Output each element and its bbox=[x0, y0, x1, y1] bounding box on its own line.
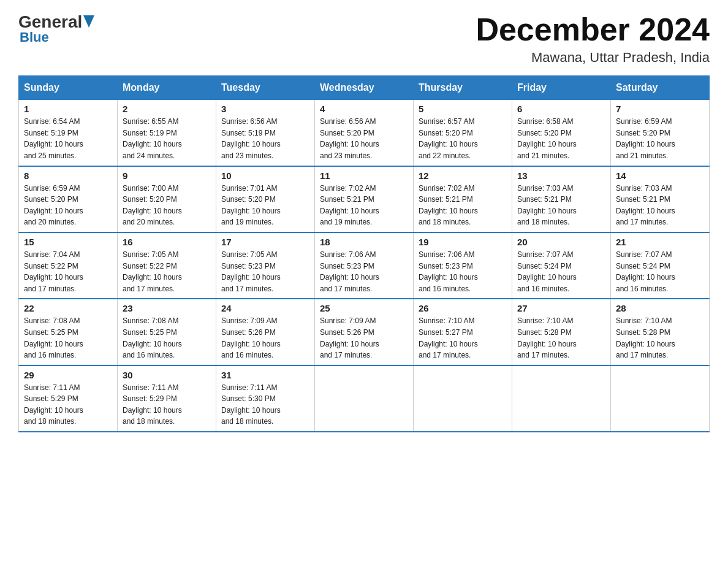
table-row: 9 Sunrise: 7:00 AM Sunset: 5:20 PM Dayli… bbox=[118, 166, 216, 232]
day-number: 8 bbox=[24, 170, 112, 181]
table-row: 3 Sunrise: 6:56 AM Sunset: 5:19 PM Dayli… bbox=[216, 100, 315, 166]
day-info: Sunrise: 6:57 AM Sunset: 5:20 PM Dayligh… bbox=[419, 116, 507, 161]
svg-marker-0 bbox=[83, 15, 94, 28]
table-row: 22 Sunrise: 7:08 AM Sunset: 5:25 PM Dayl… bbox=[19, 299, 118, 365]
table-row: 6 Sunrise: 6:58 AM Sunset: 5:20 PM Dayli… bbox=[512, 100, 611, 166]
day-info: Sunrise: 6:56 AM Sunset: 5:19 PM Dayligh… bbox=[221, 116, 309, 161]
day-info: Sunrise: 7:04 AM Sunset: 5:22 PM Dayligh… bbox=[24, 249, 112, 294]
table-row: 26 Sunrise: 7:10 AM Sunset: 5:27 PM Dayl… bbox=[414, 299, 512, 365]
day-number: 6 bbox=[517, 104, 605, 114]
day-number: 11 bbox=[320, 170, 408, 181]
day-info: Sunrise: 7:10 AM Sunset: 5:28 PM Dayligh… bbox=[517, 315, 605, 361]
table-row: 30 Sunrise: 7:11 AM Sunset: 5:29 PM Dayl… bbox=[118, 366, 216, 432]
table-row: 16 Sunrise: 7:05 AM Sunset: 5:22 PM Dayl… bbox=[118, 232, 216, 299]
day-number: 22 bbox=[24, 303, 112, 313]
day-number: 30 bbox=[123, 370, 211, 380]
day-info: Sunrise: 6:56 AM Sunset: 5:20 PM Dayligh… bbox=[320, 116, 408, 161]
page-header: General Blue December 2024 Mawana, Uttar… bbox=[18, 12, 710, 66]
col-thursday: Thursday bbox=[414, 76, 512, 100]
day-info: Sunrise: 7:10 AM Sunset: 5:27 PM Dayligh… bbox=[419, 315, 507, 361]
table-row bbox=[611, 366, 710, 432]
table-row: 28 Sunrise: 7:10 AM Sunset: 5:28 PM Dayl… bbox=[611, 299, 710, 365]
logo-blue-text: Blue bbox=[20, 29, 49, 45]
logo-triangle-icon bbox=[83, 15, 94, 28]
day-number: 26 bbox=[419, 303, 507, 313]
day-number: 13 bbox=[517, 170, 605, 181]
day-info: Sunrise: 7:08 AM Sunset: 5:25 PM Dayligh… bbox=[123, 315, 211, 361]
logo: General Blue bbox=[18, 12, 96, 45]
day-info: Sunrise: 7:06 AM Sunset: 5:23 PM Dayligh… bbox=[419, 249, 507, 294]
day-number: 16 bbox=[123, 237, 211, 247]
table-row: 5 Sunrise: 6:57 AM Sunset: 5:20 PM Dayli… bbox=[414, 100, 512, 166]
calendar-table: Sunday Monday Tuesday Wednesday Thursday… bbox=[18, 75, 710, 432]
day-info: Sunrise: 7:09 AM Sunset: 5:26 PM Dayligh… bbox=[320, 315, 408, 361]
table-row bbox=[512, 366, 611, 432]
day-info: Sunrise: 7:03 AM Sunset: 5:21 PM Dayligh… bbox=[517, 183, 605, 228]
calendar-week-row: 1 Sunrise: 6:54 AM Sunset: 5:19 PM Dayli… bbox=[19, 100, 710, 166]
day-info: Sunrise: 6:59 AM Sunset: 5:20 PM Dayligh… bbox=[616, 116, 704, 161]
day-info: Sunrise: 7:03 AM Sunset: 5:21 PM Dayligh… bbox=[616, 183, 704, 228]
day-info: Sunrise: 6:54 AM Sunset: 5:19 PM Dayligh… bbox=[24, 116, 112, 161]
day-info: Sunrise: 6:58 AM Sunset: 5:20 PM Dayligh… bbox=[517, 116, 605, 161]
table-row: 1 Sunrise: 6:54 AM Sunset: 5:19 PM Dayli… bbox=[19, 100, 118, 166]
table-row: 13 Sunrise: 7:03 AM Sunset: 5:21 PM Dayl… bbox=[512, 166, 611, 232]
calendar-week-row: 29 Sunrise: 7:11 AM Sunset: 5:29 PM Dayl… bbox=[19, 366, 710, 432]
table-row: 23 Sunrise: 7:08 AM Sunset: 5:25 PM Dayl… bbox=[118, 299, 216, 365]
day-info: Sunrise: 7:00 AM Sunset: 5:20 PM Dayligh… bbox=[123, 183, 211, 228]
day-info: Sunrise: 7:11 AM Sunset: 5:29 PM Dayligh… bbox=[123, 382, 211, 427]
day-number: 20 bbox=[517, 237, 605, 247]
col-tuesday: Tuesday bbox=[216, 76, 315, 100]
table-row: 29 Sunrise: 7:11 AM Sunset: 5:29 PM Dayl… bbox=[19, 366, 118, 432]
day-info: Sunrise: 7:01 AM Sunset: 5:20 PM Dayligh… bbox=[221, 183, 309, 228]
table-row: 4 Sunrise: 6:56 AM Sunset: 5:20 PM Dayli… bbox=[315, 100, 414, 166]
table-row: 11 Sunrise: 7:02 AM Sunset: 5:21 PM Dayl… bbox=[315, 166, 414, 232]
calendar-week-row: 15 Sunrise: 7:04 AM Sunset: 5:22 PM Dayl… bbox=[19, 232, 710, 299]
col-friday: Friday bbox=[512, 76, 611, 100]
table-row: 24 Sunrise: 7:09 AM Sunset: 5:26 PM Dayl… bbox=[216, 299, 315, 365]
table-row: 12 Sunrise: 7:02 AM Sunset: 5:21 PM Dayl… bbox=[414, 166, 512, 232]
calendar-week-row: 8 Sunrise: 6:59 AM Sunset: 5:20 PM Dayli… bbox=[19, 166, 710, 232]
table-row: 8 Sunrise: 6:59 AM Sunset: 5:20 PM Dayli… bbox=[19, 166, 118, 232]
day-info: Sunrise: 7:09 AM Sunset: 5:26 PM Dayligh… bbox=[221, 315, 309, 361]
day-info: Sunrise: 7:08 AM Sunset: 5:25 PM Dayligh… bbox=[24, 315, 112, 361]
day-info: Sunrise: 7:02 AM Sunset: 5:21 PM Dayligh… bbox=[419, 183, 507, 228]
day-info: Sunrise: 7:07 AM Sunset: 5:24 PM Dayligh… bbox=[517, 249, 605, 294]
table-row: 14 Sunrise: 7:03 AM Sunset: 5:21 PM Dayl… bbox=[611, 166, 710, 232]
table-row: 18 Sunrise: 7:06 AM Sunset: 5:23 PM Dayl… bbox=[315, 232, 414, 299]
day-number: 10 bbox=[221, 170, 309, 181]
day-info: Sunrise: 7:05 AM Sunset: 5:22 PM Dayligh… bbox=[123, 249, 211, 294]
day-number: 4 bbox=[320, 104, 408, 114]
table-row: 21 Sunrise: 7:07 AM Sunset: 5:24 PM Dayl… bbox=[611, 232, 710, 299]
col-monday: Monday bbox=[118, 76, 216, 100]
table-row: 17 Sunrise: 7:05 AM Sunset: 5:23 PM Dayl… bbox=[216, 232, 315, 299]
day-info: Sunrise: 7:05 AM Sunset: 5:23 PM Dayligh… bbox=[221, 249, 309, 294]
calendar-week-row: 22 Sunrise: 7:08 AM Sunset: 5:25 PM Dayl… bbox=[19, 299, 710, 365]
day-number: 3 bbox=[221, 104, 309, 114]
table-row: 2 Sunrise: 6:55 AM Sunset: 5:19 PM Dayli… bbox=[118, 100, 216, 166]
day-number: 25 bbox=[320, 303, 408, 313]
day-number: 5 bbox=[419, 104, 507, 114]
table-row bbox=[315, 366, 414, 432]
day-info: Sunrise: 7:11 AM Sunset: 5:29 PM Dayligh… bbox=[24, 382, 112, 427]
day-number: 29 bbox=[24, 370, 112, 380]
day-number: 15 bbox=[24, 237, 112, 247]
table-row: 19 Sunrise: 7:06 AM Sunset: 5:23 PM Dayl… bbox=[414, 232, 512, 299]
day-number: 18 bbox=[320, 237, 408, 247]
day-info: Sunrise: 7:02 AM Sunset: 5:21 PM Dayligh… bbox=[320, 183, 408, 228]
day-number: 7 bbox=[616, 104, 704, 114]
table-row: 7 Sunrise: 6:59 AM Sunset: 5:20 PM Dayli… bbox=[611, 100, 710, 166]
location-title: Mawana, Uttar Pradesh, India bbox=[476, 50, 710, 66]
day-number: 2 bbox=[123, 104, 211, 114]
title-section: December 2024 Mawana, Uttar Pradesh, Ind… bbox=[476, 12, 710, 66]
day-number: 23 bbox=[123, 303, 211, 313]
day-number: 19 bbox=[419, 237, 507, 247]
day-number: 12 bbox=[419, 170, 507, 181]
table-row: 27 Sunrise: 7:10 AM Sunset: 5:28 PM Dayl… bbox=[512, 299, 611, 365]
table-row: 10 Sunrise: 7:01 AM Sunset: 5:20 PM Dayl… bbox=[216, 166, 315, 232]
day-number: 31 bbox=[221, 370, 309, 380]
day-number: 28 bbox=[616, 303, 704, 313]
table-row: 25 Sunrise: 7:09 AM Sunset: 5:26 PM Dayl… bbox=[315, 299, 414, 365]
calendar-header-row: Sunday Monday Tuesday Wednesday Thursday… bbox=[19, 76, 710, 100]
month-title: December 2024 bbox=[476, 12, 710, 47]
day-number: 9 bbox=[123, 170, 211, 181]
